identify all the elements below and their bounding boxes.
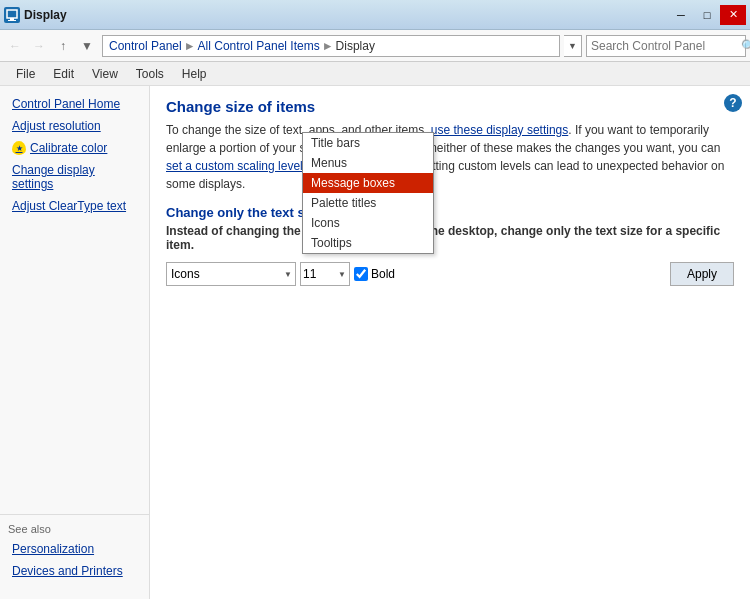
minimize-button[interactable]: ─ <box>668 5 694 25</box>
address-path: Control Panel ► All Control Panel Items … <box>102 35 560 57</box>
apply-button[interactable]: Apply <box>670 262 734 286</box>
address-bar: ← → ↑ ▼ Control Panel ► All Control Pane… <box>0 30 750 62</box>
bold-checkbox[interactable] <box>354 267 368 281</box>
search-icon: 🔍 <box>741 39 750 53</box>
help-button[interactable]: ? <box>724 94 742 112</box>
text-size-controls: Icons Title bars Menus Message boxes Pal… <box>166 262 734 286</box>
sidebar-link-display-settings[interactable]: Change display settings <box>8 160 141 194</box>
font-size-select[interactable]: 8 9 10 11 12 14 <box>300 262 350 286</box>
nav-buttons: ← → ↑ ▼ <box>4 35 98 57</box>
forward-button[interactable]: → <box>28 35 50 57</box>
sidebar: Control Panel Home Adjust resolution ★ C… <box>0 86 150 599</box>
title-bar: Display ─ □ ✕ <box>0 0 750 30</box>
dropdown-item-titlebars[interactable]: Title bars <box>303 133 433 153</box>
app-icon <box>4 7 20 23</box>
breadcrumb-controlpanel[interactable]: Control Panel <box>109 39 182 53</box>
search-box: 🔍 <box>586 35 746 57</box>
back-button[interactable]: ← <box>4 35 26 57</box>
section1-title: Change size of items <box>166 98 734 115</box>
dropdown-item-messageboxes[interactable]: Message boxes <box>303 173 433 193</box>
menu-view[interactable]: View <box>84 65 126 83</box>
shield-icon: ★ <box>12 141 26 155</box>
custom-scaling-link[interactable]: set a custom scaling level <box>166 159 303 173</box>
section2-title: Change only the text size <box>166 205 734 220</box>
display-settings-link[interactable]: use these display settings <box>431 123 568 137</box>
window-title: Display <box>24 8 668 22</box>
breadcrumb-current: Display <box>336 39 375 53</box>
main-layout: Control Panel Home Adjust resolution ★ C… <box>0 86 750 599</box>
section2-desc: Instead of changing the size of everythi… <box>166 224 734 252</box>
up-button[interactable]: ↑ <box>52 35 74 57</box>
sidebar-bottom: See also Personalization Devices and Pri… <box>0 514 149 591</box>
address-dropdown-button[interactable]: ▼ <box>564 35 582 57</box>
dropdown-item-palette[interactable]: Palette titles <box>303 193 433 213</box>
sidebar-link-cleartype[interactable]: Adjust ClearType text <box>8 196 141 216</box>
search-input[interactable] <box>591 39 741 53</box>
dropdown-item-icons[interactable]: Icons <box>303 213 433 233</box>
close-button[interactable]: ✕ <box>720 5 746 25</box>
svg-rect-0 <box>7 10 17 18</box>
sidebar-link-resolution[interactable]: Adjust resolution <box>8 116 141 136</box>
maximize-button[interactable]: □ <box>694 5 720 25</box>
sidebar-link-home[interactable]: Control Panel Home <box>8 94 141 114</box>
svg-rect-2 <box>8 20 16 21</box>
item-type-select[interactable]: Icons Title bars Menus Message boxes Pal… <box>166 262 296 286</box>
recent-button[interactable]: ▼ <box>76 35 98 57</box>
content-area: ? Change size of items To change the siz… <box>150 86 750 599</box>
section1-desc: To change the size of text, apps, and ot… <box>166 121 726 193</box>
menu-bar: File Edit View Tools Help <box>0 62 750 86</box>
menu-tools[interactable]: Tools <box>128 65 172 83</box>
item-select-wrapper: Icons Title bars Menus Message boxes Pal… <box>166 262 296 286</box>
bold-label-text: Bold <box>371 267 395 281</box>
menu-help[interactable]: Help <box>174 65 215 83</box>
window-controls: ─ □ ✕ <box>668 5 746 25</box>
menu-edit[interactable]: Edit <box>45 65 82 83</box>
sidebar-link-calibrate[interactable]: ★ Calibrate color <box>8 138 141 158</box>
dropdown-item-tooltips[interactable]: Tooltips <box>303 233 433 253</box>
see-also-label: See also <box>8 523 141 535</box>
item-dropdown-overlay: Title bars Menus Message boxes Palette t… <box>302 132 434 254</box>
sidebar-link-personalization[interactable]: Personalization <box>8 539 141 559</box>
dropdown-item-menus[interactable]: Menus <box>303 153 433 173</box>
size-select-wrapper: 8 9 10 11 12 14 <box>300 262 350 286</box>
menu-file[interactable]: File <box>8 65 43 83</box>
svg-rect-1 <box>10 18 14 20</box>
sidebar-nav: Control Panel Home Adjust resolution ★ C… <box>0 94 149 218</box>
breadcrumb-allitems[interactable]: All Control Panel Items <box>198 39 320 53</box>
bold-label: Bold <box>354 267 395 281</box>
sidebar-link-devices[interactable]: Devices and Printers <box>8 561 141 581</box>
